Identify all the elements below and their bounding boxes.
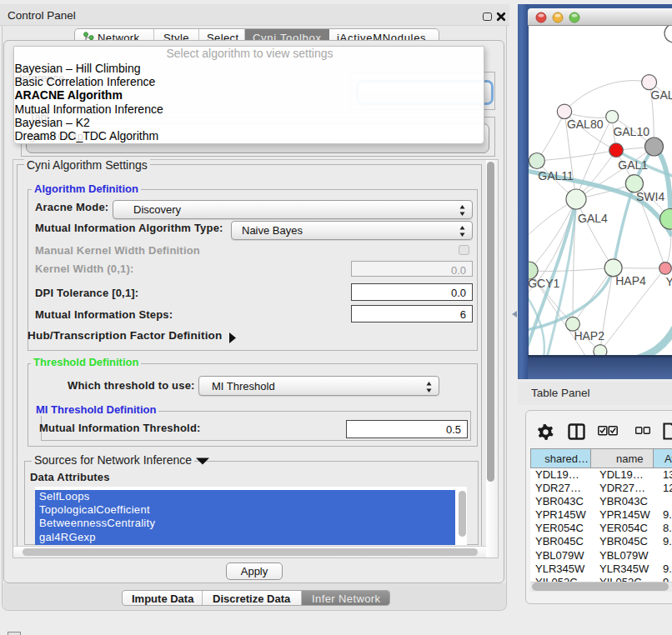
svg-text:GCY1: GCY1 — [529, 277, 560, 290]
svg-text:GAL11: GAL11 — [538, 169, 574, 182]
svg-text:Y: Y — [666, 275, 672, 288]
svg-text:GAL10: GAL10 — [613, 125, 649, 138]
svg-text:SWI4: SWI4 — [636, 190, 664, 203]
svg-text:HAP4: HAP4 — [615, 274, 646, 288]
svg-text:HAP2: HAP2 — [574, 329, 604, 342]
svg-text:GAL4: GAL4 — [578, 212, 608, 225]
svg-text:GAL1: GAL1 — [618, 158, 648, 172]
svg-text:GAL2: GAL2 — [651, 88, 672, 102]
svg-text:GAL80: GAL80 — [567, 118, 604, 131]
